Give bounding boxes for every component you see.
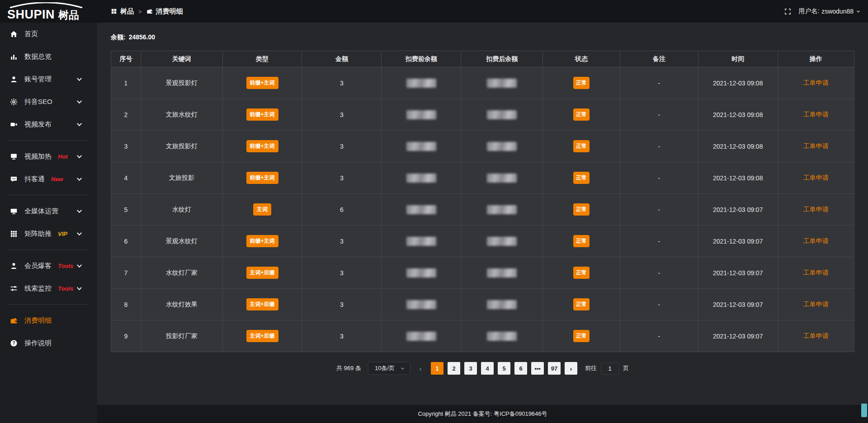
table-row: 2文旅水纹灯前缀+主词3正常-2021-12-03 09:08工单申请 [111, 99, 854, 131]
sidebar-item-seo[interactable]: 抖音SEO [0, 90, 97, 113]
sidebar-item-member[interactable]: 会员爆客Tools [0, 254, 97, 277]
balance: 余额: 24856.00 [111, 33, 854, 42]
sidebar-menu: 首页数据总览账号管理抖音SEO视频发布视频加热Hot抖客通New全媒体运营矩阵助… [0, 23, 97, 354]
main-content: 余额: 24856.00 序号关键词类型金额扣费前余额扣费后余额状态备注时间操作… [97, 23, 868, 423]
sidebar-item-label: 操作说明 [24, 339, 52, 348]
masked-value [406, 110, 436, 119]
work-order-link[interactable]: 工单申请 [803, 174, 829, 181]
type-badge: 主词+后缀 [246, 330, 278, 342]
sidebar-item-data[interactable]: 数据总览 [0, 45, 97, 68]
username-value: zswodun88 [821, 8, 854, 15]
copyright-text: Copyright 树品 2021 备案号: 粤ICP备09019646号 [418, 410, 547, 418]
sidebar-item-account[interactable]: 账号管理 [0, 68, 97, 90]
sidebar-item-label: 数据总览 [24, 52, 52, 61]
table-row: 1景观投影灯前缀+主词3正常-2021-12-03 09:08工单申请 [111, 67, 854, 99]
sidebar-item-label: 线索监控 [24, 284, 52, 293]
work-order-link[interactable]: 工单申请 [803, 332, 829, 339]
page-button-97[interactable]: 97 [548, 362, 561, 375]
balance-value: 24856.00 [129, 33, 155, 42]
no-cell: 3 [111, 131, 141, 162]
page-button-2[interactable]: 2 [448, 362, 460, 375]
masked-balance-cell [382, 67, 461, 99]
sidebar-item-douketong[interactable]: 抖客通New [0, 168, 97, 190]
keyword-cell: 景观投影灯 [141, 67, 222, 99]
page-ellipsis-button[interactable]: ••• [531, 362, 544, 375]
action-cell: 工单申请 [778, 320, 854, 352]
table-row: 5水纹灯主词6正常-2021-12-03 09:07工单申请 [111, 194, 854, 226]
consumption-table: 序号关键词类型金额扣费前余额扣费后余额状态备注时间操作 1景观投影灯前缀+主词3… [111, 51, 854, 352]
column-header: 扣费后余额 [461, 51, 543, 67]
chevron-down-icon [75, 285, 83, 292]
table-row: 4文旅投影前缀+主词3正常-2021-12-03 09:08工单申请 [111, 162, 854, 194]
action-cell: 工单申请 [778, 131, 854, 162]
masked-value [487, 205, 517, 214]
fullscreen-icon[interactable] [784, 8, 791, 15]
video-icon [10, 121, 18, 128]
page-button-3[interactable]: 3 [464, 362, 477, 375]
sidebar-item-matrix[interactable]: 矩阵助推VIP [0, 222, 97, 245]
sidebar-item-clues[interactable]: 线索监控Tools [0, 277, 97, 300]
next-page-button[interactable]: › [565, 362, 577, 375]
masked-balance-cell [382, 99, 461, 131]
masked-balance-cell [461, 99, 543, 131]
status-cell: 正常 [543, 99, 620, 131]
sidebar-item-badge: Tools [58, 285, 73, 292]
type-cell: 前缀+主词 [222, 131, 302, 162]
work-order-link[interactable]: 工单申请 [803, 301, 829, 308]
user-menu[interactable]: 用户名: zswodun88 [798, 7, 861, 15]
masked-balance-cell [382, 226, 461, 257]
type-cell: 前缀+主词 [222, 162, 302, 194]
prev-page-button[interactable]: ‹ [414, 362, 427, 375]
amount-cell: 3 [302, 131, 382, 162]
breadcrumb: 树品 > 消费明细 [111, 7, 183, 16]
masked-balance-cell [461, 67, 543, 99]
brand-logo: SHUPIN 树品 [7, 2, 84, 21]
action-cell: 工单申请 [778, 162, 854, 194]
status-badge: 正常 [573, 235, 590, 247]
sidebar-item-publish[interactable]: 视频发布 [0, 113, 97, 136]
masked-balance-cell [382, 320, 461, 352]
sidebar-item-help[interactable]: ?操作说明 [0, 332, 97, 354]
chat-widget-tab[interactable] [861, 404, 867, 417]
balance-label: 余额: [111, 33, 126, 42]
chevron-down-icon [75, 98, 83, 106]
masked-value [406, 300, 436, 309]
work-order-link[interactable]: 工单申请 [803, 237, 829, 244]
masked-value [406, 79, 436, 88]
type-cell: 前缀+主词 [222, 226, 302, 257]
page-button-4[interactable]: 4 [481, 362, 494, 375]
work-order-link[interactable]: 工单申请 [803, 206, 829, 213]
work-order-link[interactable]: 工单申请 [803, 111, 829, 118]
sidebar-item-label: 全媒体运营 [24, 207, 58, 216]
work-order-link[interactable]: 工单申请 [803, 142, 829, 150]
page-button-6[interactable]: 6 [514, 362, 527, 375]
action-cell: 工单申请 [778, 257, 854, 289]
keyword-cell: 文旅投影灯 [141, 131, 222, 162]
pagination: 共 969 条 10条/页 ‹123456•••97› 前往 页 [111, 362, 854, 375]
wallet-icon [10, 317, 18, 324]
breadcrumb-current: 消费明细 [156, 7, 183, 16]
sidebar-item-consume[interactable]: 消费明细 [0, 309, 97, 332]
sidebar-item-label: 矩阵助推 [24, 230, 52, 238]
page-button-1[interactable]: 1 [431, 362, 443, 375]
breadcrumb-root[interactable]: 树品 [120, 7, 134, 16]
page-button-5[interactable]: 5 [498, 362, 510, 375]
work-order-link[interactable]: 工单申请 [803, 79, 829, 86]
page-size-select[interactable]: 10条/页 [368, 362, 410, 375]
sidebar-item-media[interactable]: 全媒体运营 [0, 200, 97, 222]
keyword-cell: 文旅水纹灯 [141, 99, 222, 131]
note-cell: - [620, 289, 698, 320]
logo-text-en: SHUPIN [7, 9, 55, 21]
page-size-value: 10条/页 [375, 364, 395, 372]
masked-balance-cell [382, 257, 461, 289]
note-cell: - [620, 162, 698, 194]
sidebar-item-home[interactable]: 首页 [0, 23, 97, 45]
time-cell: 2021-12-03 09:08 [698, 67, 778, 99]
goto-page-input[interactable] [601, 362, 619, 375]
work-order-link[interactable]: 工单申请 [803, 269, 829, 276]
type-badge: 主词+后缀 [246, 267, 278, 279]
chevron-down-icon [75, 153, 83, 160]
note-cell: - [620, 67, 698, 99]
column-header: 扣费前余额 [382, 51, 461, 67]
sidebar-item-heat[interactable]: 视频加热Hot [0, 145, 97, 168]
